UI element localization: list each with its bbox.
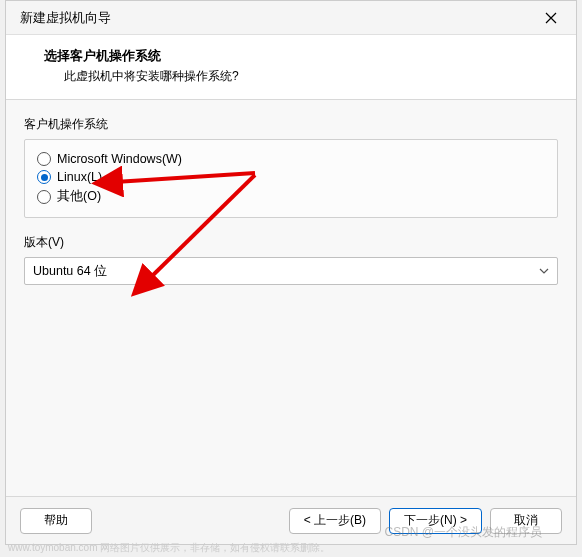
wizard-content: 客户机操作系统 Microsoft Windows(W) Linux(L) 其他… xyxy=(6,100,576,496)
radio-label: Linux(L) xyxy=(57,170,102,184)
radio-icon xyxy=(37,152,51,166)
os-group-label: 客户机操作系统 xyxy=(24,116,558,133)
radio-icon xyxy=(37,190,51,204)
back-button[interactable]: < 上一步(B) xyxy=(289,508,381,534)
os-group-box: Microsoft Windows(W) Linux(L) 其他(O) xyxy=(24,139,558,218)
help-button[interactable]: 帮助 xyxy=(20,508,92,534)
radio-label: Microsoft Windows(W) xyxy=(57,152,182,166)
radio-label: 其他(O) xyxy=(57,188,101,205)
close-button[interactable] xyxy=(536,3,566,33)
radio-linux[interactable]: Linux(L) xyxy=(37,168,545,186)
window-title: 新建虚拟机向导 xyxy=(20,9,111,27)
csdn-watermark: CSDN @一个没头发的程序员 xyxy=(384,524,542,541)
radio-icon xyxy=(37,170,51,184)
wizard-dialog: 新建虚拟机向导 选择客户机操作系统 此虚拟机中将安装哪种操作系统? 客户机操作系… xyxy=(5,0,577,545)
version-label: 版本(V) xyxy=(24,234,558,251)
source-watermark: www.toymoban.com 网络图片仅供展示，非存储，如有侵权请联系删除。 xyxy=(8,541,330,555)
radio-other[interactable]: 其他(O) xyxy=(37,186,545,207)
radio-windows[interactable]: Microsoft Windows(W) xyxy=(37,150,545,168)
page-title: 选择客户机操作系统 xyxy=(44,47,558,65)
chevron-down-icon xyxy=(539,266,549,276)
close-icon xyxy=(545,12,557,24)
version-selected: Ubuntu 64 位 xyxy=(33,263,107,280)
version-select[interactable]: Ubuntu 64 位 xyxy=(24,257,558,285)
page-subtitle: 此虚拟机中将安装哪种操作系统? xyxy=(64,68,558,85)
titlebar: 新建虚拟机向导 xyxy=(6,1,576,35)
wizard-header: 选择客户机操作系统 此虚拟机中将安装哪种操作系统? xyxy=(6,35,576,100)
